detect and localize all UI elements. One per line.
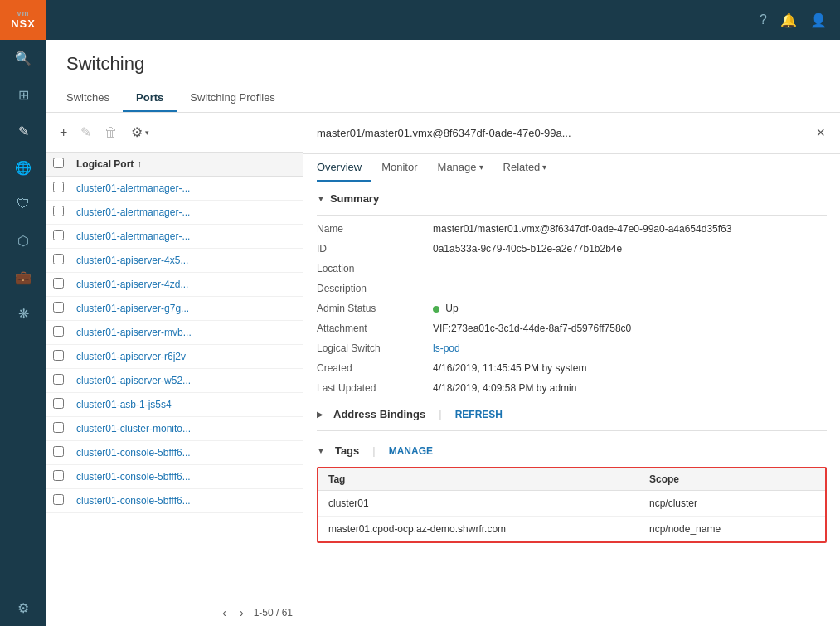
status-dot-up	[433, 306, 439, 313]
logical-switch-link[interactable]: ls-pod	[433, 342, 827, 354]
pagination: ‹ › 1-50 / 61	[46, 599, 303, 626]
row-checkbox[interactable]	[53, 326, 64, 337]
row-link[interactable]: cluster01-cluster-monito...	[76, 423, 191, 434]
detail-tab-manage[interactable]: Manage	[428, 154, 493, 182]
row-checkbox[interactable]	[53, 374, 64, 385]
tags-col-scope-header: Scope	[649, 473, 815, 485]
row-link[interactable]: cluster01-apiserver-r6j2v	[76, 351, 186, 362]
detail-content: ▼ Summary Name master01/master01.vmx@8f6…	[303, 182, 840, 626]
table-header: Logical Port ↑	[46, 153, 303, 177]
detail-tab-monitor[interactable]: Monitor	[371, 154, 427, 182]
field-last-updated: Last Updated 4/18/2019, 4:09:58 PM by ad…	[317, 378, 827, 398]
summary-section-header[interactable]: ▼ Summary	[317, 182, 827, 211]
summary-collapse-icon: ▼	[317, 194, 325, 203]
help-icon[interactable]: ?	[760, 12, 767, 27]
tags-col-tag-header: Tag	[328, 473, 649, 485]
table-row: cluster01-apiserver-g7g...	[46, 297, 303, 321]
row-link[interactable]: cluster01-console-5bfff6...	[76, 447, 191, 459]
row-link[interactable]: cluster01-apiserver-g7g...	[76, 303, 189, 314]
add-button[interactable]: +	[56, 122, 70, 143]
column-header-logical-port[interactable]: Logical Port ↑	[76, 158, 296, 170]
puzzle-icon: ⬡	[17, 233, 29, 249]
user-icon[interactable]: 👤	[810, 12, 827, 28]
tag-scope-1: ncp/node_name	[649, 523, 815, 535]
refresh-button[interactable]: REFRESH	[455, 409, 503, 420]
summary-label: Summary	[330, 192, 379, 205]
table-row: cluster01-alertmanager-...	[46, 177, 303, 201]
row-checkbox[interactable]	[53, 206, 64, 216]
row-checkbox[interactable]	[53, 302, 64, 313]
row-checkbox[interactable]	[53, 230, 64, 240]
field-logical-switch: Logical Switch ls-pod	[317, 338, 827, 358]
row-link[interactable]: cluster01-apiserver-w52...	[76, 375, 191, 386]
address-bindings-label: Address Bindings	[333, 408, 425, 420]
notifications-icon[interactable]: 🔔	[780, 12, 797, 28]
settings-button[interactable]: ⚙ ▾	[128, 121, 153, 143]
edit-button[interactable]: ✎	[77, 121, 95, 143]
field-created: Created 4/16/2019, 11:45:45 PM by system	[317, 358, 827, 378]
sidebar-item-nodes[interactable]: ❋	[0, 295, 46, 332]
dashboard-icon: ⊞	[18, 87, 29, 103]
sidebar-item-puzzle[interactable]: ⬡	[0, 222, 46, 259]
table-row: cluster01-asb-1-js5s4	[46, 393, 303, 417]
split-layout: + ✎ 🗑 ⚙ ▾ Logical Port ↑	[46, 113, 840, 626]
select-all-input[interactable]	[53, 158, 64, 168]
detail-tab-related[interactable]: Related	[493, 154, 557, 182]
row-checkbox[interactable]	[53, 446, 64, 457]
sidebar-item-search[interactable]: 🔍	[0, 40, 46, 76]
address-collapse-icon: ▶	[317, 410, 323, 419]
right-panel: master01/master01.vmx@8f6347df-0ade-47e0…	[303, 113, 840, 626]
pagination-next[interactable]: ›	[236, 604, 247, 621]
sidebar-item-switching[interactable]: ✎	[0, 113, 46, 149]
row-checkbox[interactable]	[53, 494, 64, 505]
select-all-checkbox[interactable]	[53, 158, 76, 171]
tab-switches[interactable]: Switches	[66, 85, 123, 112]
tags-table: Tag Scope cluster01 ncp/cluster master01…	[317, 467, 827, 543]
row-checkbox[interactable]	[53, 398, 64, 409]
sidebar-item-globe[interactable]: 🌐	[0, 149, 46, 186]
row-checkbox[interactable]	[53, 254, 64, 264]
row-checkbox[interactable]	[53, 470, 64, 481]
sidebar-item-shield[interactable]: 🛡	[0, 186, 46, 222]
row-link[interactable]: cluster01-console-5bfff6...	[76, 471, 191, 483]
tab-ports[interactable]: Ports	[123, 85, 177, 112]
row-link[interactable]: cluster01-asb-1-js5s4	[76, 399, 172, 410]
row-checkbox[interactable]	[53, 422, 64, 433]
field-admin-status: Admin Status Up	[317, 298, 827, 318]
table-row: cluster01-console-5bfff6...	[46, 489, 303, 513]
sidebar-item-dashboard[interactable]: ⊞	[0, 76, 46, 113]
row-link[interactable]: cluster01-apiserver-4zd...	[76, 279, 188, 290]
row-checkbox[interactable]	[53, 278, 64, 289]
sidebar-item-briefcase[interactable]: 💼	[0, 259, 46, 295]
settings-icon: ⚙	[131, 124, 143, 140]
detail-close-button[interactable]: ×	[814, 123, 827, 143]
row-link[interactable]: cluster01-alertmanager-...	[76, 182, 190, 194]
row-link[interactable]: cluster01-alertmanager-...	[76, 206, 190, 218]
table-rows: cluster01-alertmanager-... cluster01-ale…	[46, 177, 303, 599]
row-link[interactable]: cluster01-apiserver-4x5...	[76, 255, 188, 266]
tab-switching-profiles[interactable]: Switching Profiles	[177, 85, 289, 112]
table-row: cluster01-console-5bfff6...	[46, 465, 303, 489]
address-bindings-section-header: ▶ Address Bindings | REFRESH	[317, 398, 827, 427]
field-name: Name master01/master01.vmx@8f6347df-0ade…	[317, 219, 827, 239]
row-link[interactable]: cluster01-console-5bfff6...	[76, 495, 191, 507]
pagination-range: 1-50 / 61	[254, 607, 293, 619]
toolbar: + ✎ 🗑 ⚙ ▾	[46, 113, 303, 153]
left-panel: + ✎ 🗑 ⚙ ▾ Logical Port ↑	[46, 113, 303, 626]
row-link[interactable]: cluster01-alertmanager-...	[76, 231, 190, 242]
table-row: cluster01-alertmanager-...	[46, 225, 303, 249]
pagination-prev[interactable]: ‹	[219, 604, 230, 621]
manage-tags-button[interactable]: MANAGE	[389, 445, 433, 457]
sidebar-item-settings[interactable]: ⚙	[0, 590, 46, 626]
action-sep: |	[439, 408, 441, 420]
tag-value-0: cluster01	[328, 497, 649, 509]
tags-label: Tags	[335, 444, 359, 457]
row-link[interactable]: cluster01-apiserver-mvb...	[76, 327, 192, 338]
row-checkbox[interactable]	[53, 182, 64, 192]
delete-button[interactable]: 🗑	[101, 122, 121, 143]
row-checkbox[interactable]	[53, 350, 64, 361]
tags-sep: |	[372, 444, 375, 457]
field-description: Description	[317, 279, 827, 298]
detail-tab-overview[interactable]: Overview	[317, 154, 371, 182]
tag-value-1: master01.cpod-ocp.az-demo.shwrfr.com	[328, 523, 649, 535]
